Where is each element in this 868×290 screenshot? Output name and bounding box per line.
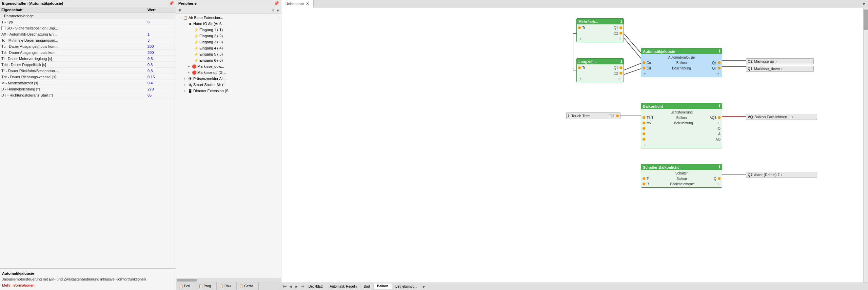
info-icon[interactable]: ℹ	[620, 19, 622, 24]
list-item[interactable]: ⚡ Eingang 3 (I3)	[176, 39, 281, 45]
add-port-left[interactable]: +	[579, 77, 581, 81]
nav-first-button[interactable]: ⊢	[282, 284, 288, 289]
list-item[interactable]: ⚡ Eingang 6 (I6)	[176, 57, 281, 63]
port-right-qup[interactable]	[718, 61, 721, 64]
table-row[interactable]: AX - Automatik-Beschattung En... 1	[0, 31, 176, 37]
collapse-icon[interactable]: −	[278, 16, 280, 20]
add-port-right[interactable]: +	[717, 182, 719, 186]
tabs-scroll-right-button[interactable]: ►	[421, 284, 427, 289]
expand-icon[interactable]: +	[186, 65, 191, 68]
automatikjalousie-block[interactable]: Automatikjalousie ℹ Automatikjalousie Cu…	[641, 48, 722, 77]
port-left-r[interactable]	[643, 183, 645, 185]
table-row[interactable]: Tr - Dauer Rückfahrt/Beschattun... 0,8	[0, 68, 176, 74]
port-right[interactable]	[616, 115, 619, 117]
filter-icon[interactable]: ▼	[178, 8, 182, 13]
expand-icon[interactable]: ›	[775, 59, 777, 63]
checkbox[interactable]	[1, 26, 5, 30]
tab-raume[interactable]: 📋 Räu...	[217, 282, 236, 290]
port-left-tr[interactable]	[643, 177, 645, 180]
nav-last-button[interactable]: ⊣	[300, 284, 305, 289]
info-icon[interactable]: ℹ	[719, 165, 720, 169]
table-row[interactable]: SO - Sicherheitsposition [Digi...	[0, 25, 176, 31]
table-row[interactable]: Tl - Dauer Motorverrieglung [s] 0,5	[0, 56, 176, 62]
tab-gerate[interactable]: 📋 Gerät...	[237, 282, 259, 290]
close-icon[interactable]: ✕	[306, 1, 309, 6]
port-right-aq1[interactable]	[718, 116, 721, 119]
pin-icon[interactable]: 📌	[274, 1, 279, 6]
expand-icon[interactable]: +	[186, 71, 191, 75]
expand-icon[interactable]: ›	[781, 67, 783, 71]
table-row[interactable]: Tdt - Dauer Richtungswechsel [s] 0,15	[0, 74, 176, 80]
port-left-o[interactable]	[643, 127, 645, 130]
add-port-right[interactable]: +	[619, 37, 621, 41]
port-left-mv[interactable]	[643, 122, 645, 124]
port-left-t5[interactable]	[643, 116, 645, 119]
list-item[interactable]: + 🔌 Smart Socket Air (...	[176, 82, 281, 88]
list-item[interactable]: ⚡ Eingang 4 (I4)	[176, 45, 281, 51]
expand-icon[interactable]: −	[178, 16, 182, 20]
tab-peripherie[interactable]: 📋 Peri...	[176, 282, 196, 290]
dropdown-icon[interactable]: ▼	[276, 8, 280, 13]
schalter-balkonlicht-block[interactable]: Schalter Balkonlicht ℹ Schalter Tr Balko…	[641, 164, 722, 188]
port-right-q2[interactable]	[619, 32, 622, 35]
scrollbar-thumb[interactable]	[864, 9, 868, 30]
port-right-q[interactable]	[718, 177, 721, 180]
list-item[interactable]: + 🔴 Markisse_dow...	[176, 63, 281, 69]
expand-icon[interactable]: ›	[781, 173, 782, 177]
nav-prev-button[interactable]: ◄	[288, 284, 294, 289]
tab-deckblatt[interactable]: Deckblatt	[305, 284, 327, 289]
add-port-left[interactable]: +	[644, 143, 646, 147]
port-left-cu[interactable]	[643, 61, 645, 64]
tab-bad[interactable]: Bad	[360, 284, 374, 289]
mehrfach-block[interactable]: Mehrfach... ℹ Tr Q1 Q2	[576, 18, 624, 42]
list-item[interactable]: + 👁 Präsenzmelder Air...	[176, 76, 281, 82]
nav-next-button[interactable]: ►	[294, 284, 300, 289]
list-item[interactable]: ⚡ Eingang 2 (I2)	[176, 33, 281, 39]
info-icon[interactable]: ℹ	[719, 104, 720, 108]
add-port-right[interactable]: +	[619, 77, 621, 81]
table-row[interactable]: Tc - Minimale Dauer Eingangsim... 3	[0, 37, 176, 43]
port-right-q2[interactable]	[619, 72, 622, 75]
canvas-tab-dropdown[interactable]: ▼	[860, 2, 868, 6]
port-left-a[interactable]	[643, 132, 645, 135]
mehr-informationen-link[interactable]: Mehr Informationen	[2, 283, 174, 287]
table-row[interactable]: T - Typ 6	[0, 19, 176, 25]
table-row[interactable]: Tdc - Dauer Doppelklick [s] 0,3	[0, 62, 176, 68]
list-item[interactable]: − 📋 Air Base Extension... −	[176, 15, 281, 21]
vertical-scrollbar[interactable]	[863, 8, 868, 283]
table-row[interactable]: Tu - Dauer Ausgangsimpuls kom... 200	[0, 43, 176, 49]
scrollbar-thumb[interactable]	[177, 279, 197, 282]
expand-icon[interactable]: +	[182, 77, 187, 81]
add-port-right[interactable]: +	[717, 72, 719, 76]
horizontal-scrollbar[interactable]	[176, 278, 281, 282]
port-left-tr[interactable]	[578, 26, 581, 29]
port-left-tr[interactable]	[578, 66, 581, 69]
port-right-qdown[interactable]	[718, 67, 721, 69]
table-row[interactable]: Td - Dauer Ausgangsimpuls kom... 200	[0, 49, 176, 56]
canvas-tab-unbenannt[interactable]: Unbenannt ✕	[281, 0, 314, 8]
port-left-alb[interactable]	[643, 138, 645, 141]
port-left-cd[interactable]	[643, 67, 645, 69]
touch-tree-block[interactable]: ℹ Touch Tree TI3	[566, 112, 620, 119]
table-row[interactable]: M - Mindestfahrzeit [s] 0,4	[0, 80, 176, 86]
list-item[interactable]: ⚡ Eingang 1 (I1)	[176, 27, 281, 33]
langzeit-block[interactable]: Langzeit... ℹ Tr Q1 Q2	[576, 58, 624, 82]
info-icon[interactable]: ℹ	[719, 49, 720, 54]
port-right-q1[interactable]	[619, 66, 622, 69]
tab-balkon[interactable]: Balkon	[374, 284, 392, 289]
tab-automatik-regeln[interactable]: Automatik-Regeln	[326, 284, 360, 289]
expand-icon[interactable]: −	[182, 22, 187, 26]
table-row[interactable]: DT - Richtungstoleranz Start [°] 85	[0, 92, 176, 98]
list-item[interactable]: + 📱 Dimmer Extension (S...	[176, 88, 281, 94]
add-port-left[interactable]: +	[579, 37, 581, 41]
balkonlicht-block[interactable]: Balkonlicht ℹ Lichtsteuerung T5/1 Balkon…	[641, 103, 722, 148]
table-row[interactable]: D - Himmelsrichtung [°] 270	[0, 86, 176, 92]
port-right-q1[interactable]	[619, 26, 622, 29]
expand-icon[interactable]: +	[182, 83, 187, 87]
add-port-left[interactable]: +	[644, 72, 646, 76]
info-icon[interactable]: ℹ	[568, 114, 569, 118]
clear-filter-button[interactable]: ✕	[271, 8, 275, 13]
add-port-right[interactable]: +	[717, 121, 719, 125]
tab-programm[interactable]: 📋 Prog...	[196, 282, 217, 290]
info-icon[interactable]: ℹ	[620, 59, 622, 64]
